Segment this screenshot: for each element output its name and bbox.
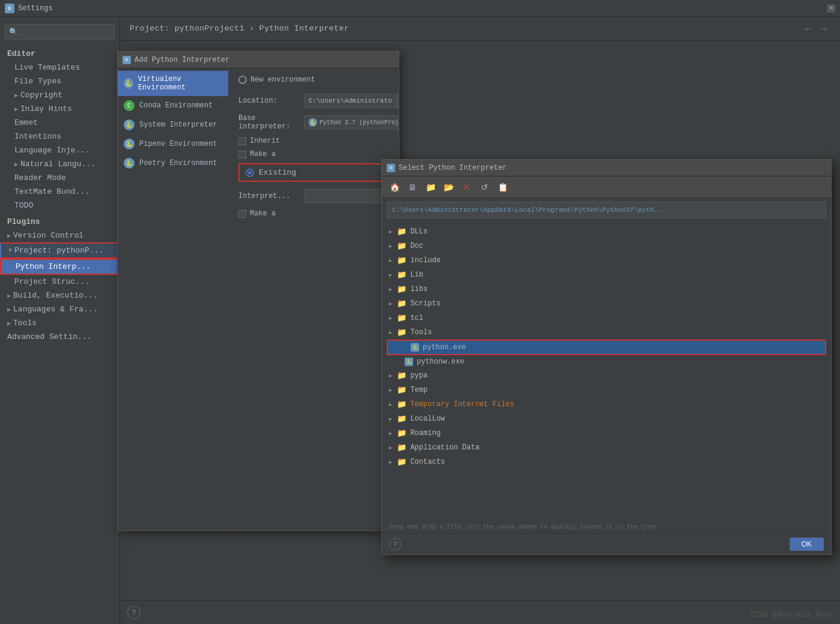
sidebar-item-languages[interactable]: ▶Languages & Fra... [0, 302, 119, 316]
project-collapse-arrow: ▼ [8, 247, 12, 254]
make-available-checkbox-row: Make a [238, 150, 389, 158]
sidebar-item-version-control[interactable]: ▶Version Control [0, 229, 119, 242]
sidebar-item-live-templates[interactable]: Live Templates [0, 61, 119, 74]
libs-arrow: ▶ [389, 286, 392, 293]
env-type-system-label: System Interpreter [139, 121, 217, 129]
tree-item-scripts[interactable]: ▶ 📁 Scripts [382, 296, 831, 311]
new-folder-toolbar-button[interactable]: 📂 [441, 179, 456, 195]
refresh-toolbar-button[interactable]: ↺ [477, 179, 492, 195]
sidebar-item-file-types[interactable]: File Types [0, 74, 119, 88]
temp-folder-icon: 📁 [397, 385, 406, 395]
desktop-toolbar-button[interactable]: 🖥 [405, 179, 420, 195]
tree-item-roaming[interactable]: ▶ 📁 Roaming [382, 426, 831, 440]
nav-back-button[interactable]: ← [802, 22, 815, 35]
home-toolbar-button[interactable]: 🏠 [387, 179, 402, 195]
tree-item-tools[interactable]: ▶ 📁 Tools [382, 325, 831, 340]
tree-item-application-data[interactable]: ▶ 📁 Application Data [382, 440, 831, 455]
tcl-folder-icon: 📁 [397, 313, 406, 323]
tools-folder-icon: 📁 [397, 328, 406, 337]
env-type-pipenv[interactable]: 🐍 Pipenv Environment [118, 134, 228, 154]
ok-button[interactable]: OK [790, 538, 824, 551]
select-interpreter-help-button[interactable]: ? [389, 538, 401, 550]
sidebar-item-natural-langu[interactable]: ▶Natural Langu... [0, 157, 119, 171]
tree-item-tcl[interactable]: ▶ 📁 tcl [382, 311, 831, 325]
inherit-label: Inherit [250, 137, 280, 145]
sidebar-item-plugins[interactable]: Plugins [0, 212, 119, 229]
search-box[interactable]: 🔍 [5, 24, 115, 40]
sidebar-item-inlay-hints[interactable]: ▶Inlay Hints [0, 102, 119, 116]
temp-internet-arrow: ▶ [389, 401, 392, 408]
tree-item-temp[interactable]: ▶ 📁 Temp [382, 383, 831, 397]
sidebar-item-tools[interactable]: ▶Tools [0, 316, 119, 330]
sidebar-item-intentions[interactable]: Intentions [0, 130, 119, 143]
tree-item-dlls[interactable]: ▶ 📁 DLLs [382, 224, 831, 239]
add-interpreter-title: Add Python Interpreter [134, 56, 229, 64]
make-checkbox2[interactable] [238, 210, 246, 218]
pypa-folder-icon: 📁 [397, 371, 406, 380]
localLow-arrow: ▶ [389, 416, 392, 422]
sidebar-item-editor[interactable]: Editor [0, 44, 119, 61]
sidebar-item-project-struc[interactable]: Project Struc... [0, 275, 119, 289]
tree-item-doc[interactable]: ▶ 📁 Doc [382, 239, 831, 253]
sidebar-item-project[interactable]: ▼Project: pythonP... [0, 242, 119, 259]
folder-toolbar-button[interactable]: 📁 [423, 179, 438, 195]
sidebar-item-advanced[interactable]: Advanced Settin... [0, 330, 119, 344]
sidebar-item-reader-mode[interactable]: Reader Mode [0, 171, 119, 185]
tree-item-lib[interactable]: ▶ 📁 Lib [382, 268, 831, 282]
python-exe-label: python.exe [423, 343, 466, 352]
sidebar-item-emmet[interactable]: Emmet [0, 116, 119, 130]
include-folder-icon: 📁 [397, 256, 406, 265]
path-bar-text: C:\Users\Administrator\AppData\Local\Pro… [392, 206, 665, 214]
sidebar-item-copyright[interactable]: ▶Copyright [0, 88, 119, 102]
tree-item-localLow[interactable]: ▶ 📁 LocalLow [382, 412, 831, 426]
make-available-checkbox[interactable] [238, 151, 246, 158]
env-type-system[interactable]: 🐍 System Interpreter [118, 115, 228, 134]
location-browse-button[interactable]: 📁 [397, 94, 399, 108]
tree-item-contacts[interactable]: ▶ 📁 Contacts [382, 455, 831, 469]
settings-close-button[interactable]: ✕ [827, 4, 835, 13]
sidebar-item-build[interactable]: ▶Build, Executio... [0, 289, 119, 302]
temp-arrow: ▶ [389, 387, 392, 394]
watermark: CSDN @Adorable_Rocy [751, 611, 833, 619]
sidebar-item-language-inje[interactable]: Language Inje... [0, 143, 119, 157]
select-interpreter-bottom: ? OK [382, 533, 831, 554]
make-label2: Make a [250, 209, 276, 218]
settings-help-button[interactable]: ? [127, 606, 141, 619]
localLow-folder-icon: 📁 [397, 414, 406, 424]
nav-forward-button[interactable]: → [817, 22, 830, 35]
languages-collapse-arrow: ▶ [7, 306, 11, 313]
tree-item-python-exe[interactable]: 🐍 python.exe [387, 340, 826, 355]
location-input-wrapper: 📁 [304, 94, 399, 108]
copy-toolbar-button[interactable]: 📋 [495, 179, 510, 195]
tree-item-pythonw-exe[interactable]: 🐍 pythonw.exe [382, 355, 831, 368]
env-type-virtualenv[interactable]: 🐍 Virtualenv Environment [118, 71, 228, 96]
existing-env-radio-circle[interactable] [246, 169, 254, 177]
location-input[interactable] [304, 94, 397, 108]
tree-item-pypa[interactable]: ▶ 📁 pypa [382, 368, 831, 383]
select-interpreter-icon: ⊟ [387, 164, 395, 172]
new-env-radio[interactable]: New environment [238, 76, 315, 84]
env-config-panel: New environment Location: 📁 Base interpr… [229, 68, 399, 530]
sidebar-item-todo[interactable]: TODO [0, 199, 119, 212]
select-interpreter-title: Select Python Interpreter [399, 164, 507, 172]
inherit-checkbox[interactable] [238, 137, 246, 145]
tree-item-include[interactable]: ▶ 📁 include [382, 253, 831, 268]
env-type-poetry[interactable]: 🐍 Poetry Environment [118, 154, 228, 173]
path-bar[interactable]: C:\Users\Administrator\AppData\Local\Pro… [387, 202, 826, 218]
poetry-icon: 🐍 [124, 158, 134, 169]
tree-item-libs[interactable]: ▶ 📁 libs [382, 282, 831, 296]
roaming-arrow: ▶ [389, 430, 392, 437]
sidebar-item-textmate[interactable]: TextMate Bund... [0, 185, 119, 199]
base-interpreter-row: Base interpreter: 🐍 Python 3.7 (pythonPr… [238, 114, 389, 131]
python-icon-small: 🐍 [309, 118, 317, 127]
tcl-arrow: ▶ [389, 315, 392, 322]
env-type-conda[interactable]: C Conda Environment [118, 96, 228, 115]
contacts-label: Contacts [410, 458, 445, 466]
include-arrow: ▶ [389, 257, 392, 264]
sidebar-item-python-interp[interactable]: Python Interp... [0, 259, 119, 275]
close-toolbar-button[interactable]: ✕ [459, 179, 474, 195]
env-type-conda-label: Conda Environment [139, 101, 213, 110]
base-interpreter-label: Base interpreter: [238, 114, 304, 131]
interpreter-path-label: Interpret... [238, 192, 304, 200]
tree-item-temporary-internet[interactable]: ▶ 📁 Temporary Internet Files [382, 397, 831, 412]
